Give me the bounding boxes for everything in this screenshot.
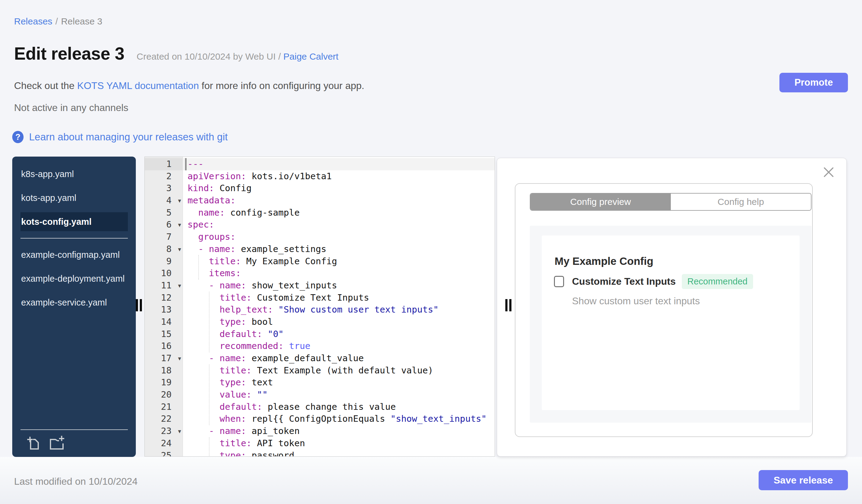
- gutter-line-17[interactable]: 17▾: [145, 352, 183, 364]
- sidebar-file-kots-app.yaml[interactable]: kots-app.yaml: [21, 188, 128, 207]
- file-tree-sidebar: k8s-app.yamlkots-app.yamlkots-config.yam…: [12, 157, 136, 457]
- gutter-line-22[interactable]: 22: [145, 413, 183, 425]
- question-circle-icon: ?: [12, 131, 24, 143]
- preview-body: My Example Config Customize Text Inputs …: [530, 226, 811, 423]
- fold-arrow-icon[interactable]: ▾: [178, 219, 181, 231]
- fold-arrow-icon[interactable]: ▾: [178, 195, 181, 207]
- gutter-line-18[interactable]: 18: [145, 364, 183, 377]
- indent-guide: [209, 292, 210, 352]
- sidebar-resize-handle[interactable]: [136, 299, 142, 311]
- gutter-line-24[interactable]: 24: [145, 437, 183, 450]
- code-line-16[interactable]: recommended: true: [183, 340, 495, 352]
- new-folder-icon[interactable]: [48, 435, 65, 450]
- customize-text-inputs-checkbox[interactable]: [554, 276, 564, 287]
- gutter-line-8[interactable]: 8▾: [145, 243, 183, 255]
- author-link[interactable]: Paige Calvert: [283, 51, 338, 62]
- code-line-23[interactable]: - name: api_token: [183, 425, 495, 437]
- sidebar-file-example-configmap.yaml[interactable]: example-configmap.yaml: [21, 245, 128, 264]
- code-line-18[interactable]: title: Text Example (with default value): [183, 364, 495, 377]
- page-title: Edit release 3: [14, 43, 125, 64]
- indent-guide: [209, 437, 210, 456]
- code-line-11[interactable]: - name: show_text_inputs: [183, 279, 495, 292]
- code-line-15[interactable]: default: "0": [183, 328, 495, 340]
- gutter-line-11[interactable]: 11▾: [145, 279, 183, 292]
- gutter-line-6[interactable]: 6▾: [145, 219, 183, 231]
- gutter-line-19[interactable]: 19: [145, 376, 183, 389]
- promote-button[interactable]: Promote: [780, 73, 848, 92]
- code-line-4[interactable]: metadata:: [183, 195, 495, 207]
- editor-gutter: 1234▾56▾78▾91011▾121314151617▾1819202122…: [145, 157, 183, 456]
- indent-guide: [198, 255, 199, 279]
- code-line-9[interactable]: title: My Example Config: [183, 255, 495, 268]
- preview-card: Config previewConfig help My Example Con…: [515, 183, 813, 437]
- kots-yaml-docs-link[interactable]: KOTS YAML documentation: [77, 80, 199, 91]
- gutter-line-3[interactable]: 3: [145, 182, 183, 195]
- code-line-8[interactable]: - name: example_settings: [183, 243, 495, 255]
- fold-arrow-icon[interactable]: ▾: [178, 425, 181, 438]
- preview-resize-handle[interactable]: [505, 299, 511, 311]
- docs-prefix: Check out the: [14, 80, 77, 91]
- close-icon[interactable]: [823, 166, 835, 178]
- sidebar-file-example-deployment.yaml[interactable]: example-deployment.yaml: [21, 269, 128, 288]
- code-line-14[interactable]: type: bool: [183, 316, 495, 328]
- code-line-21[interactable]: default: please change this value: [183, 401, 495, 413]
- code-line-22[interactable]: when: repl{{ ConfigOptionEquals "show_te…: [183, 413, 495, 425]
- created-on-prefix: Created on 10/10/2024 by Web UI /: [137, 51, 284, 62]
- code-line-25[interactable]: type: password: [183, 450, 495, 457]
- config-item-help-text: Show custom user text inputs: [572, 295, 700, 307]
- tab-config-preview[interactable]: Config preview: [531, 194, 671, 210]
- preview-tab-group: Config previewConfig help: [530, 193, 811, 211]
- gutter-line-12[interactable]: 12: [145, 292, 183, 304]
- code-line-20[interactable]: value: "": [183, 389, 495, 401]
- fold-arrow-icon[interactable]: ▾: [178, 243, 181, 256]
- code-line-3[interactable]: kind: Config: [183, 182, 495, 195]
- sidebar-file-kots-config.yaml[interactable]: kots-config.yaml: [21, 212, 128, 231]
- save-release-button[interactable]: Save release: [759, 470, 848, 490]
- fold-arrow-icon[interactable]: ▾: [178, 280, 181, 292]
- new-file-icon[interactable]: [26, 435, 40, 450]
- code-line-24[interactable]: title: API token: [183, 437, 495, 450]
- code-line-19[interactable]: type: text: [183, 376, 495, 389]
- gutter-line-25[interactable]: 25: [145, 450, 183, 457]
- gutter-line-15[interactable]: 15: [145, 328, 183, 340]
- tab-config-help[interactable]: Config help: [671, 194, 811, 210]
- breadcrumb-releases-link[interactable]: Releases: [14, 16, 52, 26]
- created-on-text: Created on 10/10/2024 by Web UI / Paige …: [137, 51, 339, 62]
- code-line-10[interactable]: items:: [183, 267, 495, 279]
- gutter-line-23[interactable]: 23▾: [145, 425, 183, 437]
- code-line-13[interactable]: help_text: "Show custom user text inputs…: [183, 304, 495, 316]
- gutter-line-21[interactable]: 21: [145, 401, 183, 413]
- gutter-line-13[interactable]: 13: [145, 304, 183, 316]
- code-line-5[interactable]: name: config-sample: [183, 207, 495, 219]
- code-line-12[interactable]: title: Customize Text Inputs: [183, 292, 495, 304]
- gutter-line-7[interactable]: 7: [145, 231, 183, 243]
- breadcrumb-current: Release 3: [61, 16, 102, 26]
- code-line-2[interactable]: apiVersion: kots.io/v1beta1: [183, 170, 495, 183]
- last-modified-text: Last modified on 10/10/2024: [14, 476, 138, 487]
- gutter-line-4[interactable]: 4▾: [145, 195, 183, 207]
- recommended-badge: Recommended: [682, 274, 753, 289]
- gutter-line-9[interactable]: 9: [145, 255, 183, 268]
- gutter-line-10[interactable]: 10: [145, 267, 183, 279]
- gutter-line-20[interactable]: 20: [145, 389, 183, 401]
- gutter-line-5[interactable]: 5: [145, 207, 183, 219]
- breadcrumb: Releases/Release 3: [14, 16, 103, 27]
- code-line-6[interactable]: spec:: [183, 219, 495, 231]
- code-line-17[interactable]: - name: example_default_value: [183, 352, 495, 364]
- sidebar-file-example-service.yaml[interactable]: example-service.yaml: [21, 293, 128, 312]
- gutter-line-1[interactable]: 1: [145, 158, 183, 170]
- sidebar-file-k8s-app.yaml[interactable]: k8s-app.yaml: [21, 164, 128, 184]
- fold-arrow-icon[interactable]: ▾: [178, 353, 181, 365]
- text-cursor: [185, 158, 186, 170]
- gutter-line-16[interactable]: 16: [145, 340, 183, 352]
- gutter-line-14[interactable]: 14: [145, 316, 183, 328]
- gutter-line-2[interactable]: 2: [145, 170, 183, 183]
- breadcrumb-separator: /: [55, 16, 58, 26]
- git-releases-help-link[interactable]: Learn about managing your releases with …: [29, 131, 227, 143]
- channel-status: Not active in any channels: [14, 102, 129, 114]
- yaml-code-editor[interactable]: 1234▾56▾78▾91011▾121314151617▾1819202122…: [144, 157, 495, 456]
- code-line-1[interactable]: ---: [183, 158, 495, 170]
- sidebar-divider: [21, 238, 128, 239]
- code-line-7[interactable]: groups:: [183, 231, 495, 243]
- config-group-card: My Example Config Customize Text Inputs …: [542, 236, 800, 410]
